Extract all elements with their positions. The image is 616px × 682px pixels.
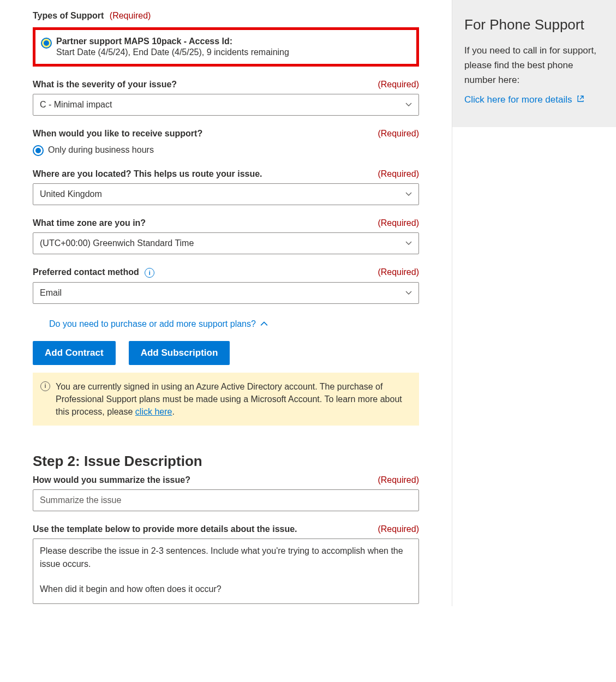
severity-value: C - Minimal impact — [40, 100, 112, 110]
radio-selected-icon — [41, 38, 52, 49]
add-contract-button[interactable]: Add Contract — [33, 341, 116, 365]
info-icon: i — [40, 381, 50, 391]
required-indicator: (Required) — [378, 218, 419, 228]
chevron-down-icon — [405, 240, 412, 247]
types-of-support-label: Types of Support — [33, 11, 104, 20]
timezone-select[interactable]: (UTC+00:00) Greenwich Standard Time — [33, 232, 419, 254]
required-indicator: (Required) — [378, 267, 419, 277]
sidebar-link[interactable]: Click here for more details — [464, 94, 584, 105]
notice-period: . — [172, 407, 174, 416]
add-subscription-button[interactable]: Add Subscription — [129, 341, 230, 365]
chevron-down-icon — [405, 101, 412, 108]
info-icon[interactable]: i — [145, 268, 154, 278]
contact-select[interactable]: Email — [33, 282, 419, 304]
support-type-radio-row[interactable]: Partner support MAPS 10pack - Access Id:… — [41, 37, 411, 57]
support-option-highlighted: Partner support MAPS 10pack - Access Id:… — [33, 27, 419, 67]
severity-label: What is the severity of your issue? — [33, 80, 177, 89]
summary-label: How would you summarize the issue? — [33, 475, 190, 485]
support-option-subtitle: Start Date (4/5/24), End Date (4/5/25), … — [56, 47, 411, 57]
required-indicator: (Required) — [378, 80, 419, 89]
aad-notice: i You are currently signed in using an A… — [33, 373, 419, 426]
purchase-plans-toggle[interactable]: Do you need to purchase or add more supp… — [33, 319, 419, 329]
location-label: Where are you located? This helps us rou… — [33, 169, 262, 179]
location-select[interactable]: United Kingdom — [33, 183, 419, 205]
support-option-title: Partner support MAPS 10pack - Access Id: — [56, 37, 411, 46]
phone-support-sidebar: For Phone Support If you need to call in… — [452, 0, 616, 127]
details-label: Use the template below to provide more d… — [33, 524, 297, 534]
contact-value: Email — [40, 288, 62, 298]
timezone-value: (UTC+00:00) Greenwich Standard Time — [40, 238, 194, 248]
required-indicator: (Required) — [110, 11, 151, 20]
severity-select[interactable]: C - Minimal impact — [33, 94, 419, 116]
notice-text: You are currently signed in using an Azu… — [56, 382, 402, 416]
details-textarea[interactable] — [33, 539, 419, 604]
required-indicator: (Required) — [378, 129, 419, 139]
chevron-up-icon — [260, 320, 268, 328]
sidebar-body: If you need to call in for support, plea… — [464, 43, 604, 88]
radio-selected-icon — [33, 145, 44, 156]
required-indicator: (Required) — [378, 524, 419, 534]
purchase-plans-text: Do you need to purchase or add more supp… — [49, 319, 256, 329]
sidebar-link-text: Click here for more details — [464, 94, 572, 105]
chevron-down-icon — [405, 191, 412, 198]
notice-link[interactable]: click here — [135, 407, 172, 416]
summary-input[interactable] — [33, 489, 419, 511]
location-value: United Kingdom — [40, 189, 102, 199]
chevron-down-icon — [405, 290, 412, 296]
when-radio-row[interactable]: Only during business hours — [33, 144, 419, 156]
required-indicator: (Required) — [378, 475, 419, 485]
sidebar-title: For Phone Support — [464, 16, 604, 33]
external-link-icon — [577, 94, 584, 105]
required-indicator: (Required) — [378, 169, 419, 179]
when-label: When would you like to receive support? — [33, 129, 202, 139]
step-2-heading: Step 2: Issue Description — [33, 453, 419, 470]
contact-label: Preferred contact method — [33, 267, 139, 277]
timezone-label: What time zone are you in? — [33, 218, 146, 228]
when-option-label: Only during business hours — [48, 145, 154, 155]
